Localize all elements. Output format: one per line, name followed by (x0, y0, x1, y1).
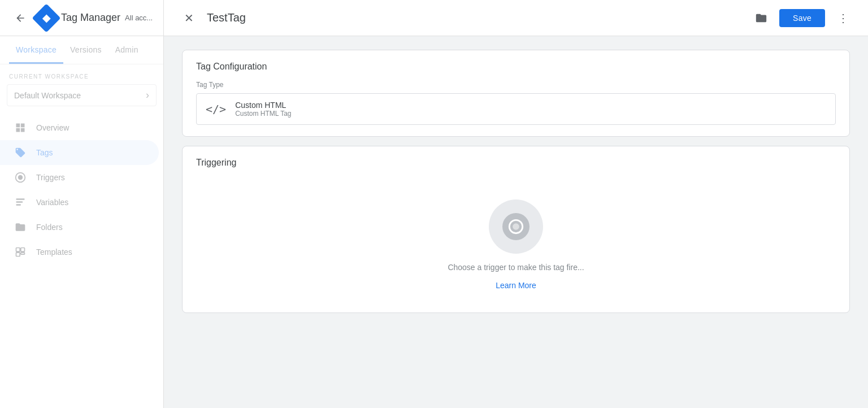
tag-type-label: Tag Type (196, 81, 836, 89)
templates-icon (14, 245, 27, 259)
sidebar-item-templates[interactable]: Templates (0, 240, 163, 264)
tag-configuration-card: Tag Configuration Tag Type </> Custom HT… (182, 50, 850, 137)
tab-admin[interactable]: Admin (108, 36, 145, 64)
svg-rect-4 (16, 204, 21, 206)
sidebar-item-triggers[interactable]: Triggers (0, 165, 163, 190)
tab-workspace[interactable]: Workspace (9, 36, 63, 64)
sidebar-item-tags[interactable]: Tags (0, 140, 159, 165)
sidebar-item-overview[interactable]: Overview (0, 115, 163, 140)
svg-rect-5 (16, 248, 20, 252)
code-icon: </> (206, 102, 226, 116)
svg-rect-8 (21, 253, 25, 254)
workspace-selector[interactable]: Default Workspace › (7, 84, 157, 106)
triggering-empty-text: Choose a trigger to make this tag fire..… (448, 263, 584, 272)
svg-rect-6 (16, 253, 20, 257)
overview-label: Overview (36, 123, 69, 132)
tab-versions[interactable]: Versions (63, 36, 108, 64)
triggers-label: Triggers (36, 173, 65, 182)
sidebar-item-variables[interactable]: Variables (0, 190, 163, 215)
variables-icon (14, 196, 27, 209)
tags-label: Tags (36, 148, 53, 157)
workspace-name: Default Workspace (14, 91, 81, 100)
svg-point-1 (18, 175, 23, 180)
tag-configuration-header: Tag Configuration (183, 50, 849, 81)
more-options-button[interactable]: ⋮ (832, 7, 854, 29)
triggering-card: Triggering Choose a trigger to make this… (182, 146, 850, 313)
overview-icon (14, 121, 27, 134)
sidebar-nav: Overview Tags Triggers Var (0, 111, 163, 408)
trigger-empty-icon-circle (489, 199, 543, 254)
nav-tabs: Workspace Versions Admin (0, 36, 163, 64)
svg-rect-7 (21, 248, 25, 252)
current-workspace-label: CURRENT WORKSPACE (7, 73, 157, 80)
folder-button[interactable] (750, 7, 772, 29)
learn-more-link[interactable]: Learn More (496, 281, 536, 290)
tag-type-description: Custom HTML Tag (235, 110, 291, 118)
trigger-empty-icon-inner (502, 213, 530, 240)
folders-icon (14, 220, 27, 234)
app-title: Tag Manager (61, 12, 120, 24)
templates-label: Templates (36, 248, 72, 257)
tag-type-selector[interactable]: </> Custom HTML Custom HTML Tag (196, 93, 836, 125)
tags-icon (14, 146, 27, 159)
save-button[interactable]: Save (779, 9, 825, 27)
variables-label: Variables (36, 198, 68, 207)
svg-point-10 (513, 223, 519, 230)
sidebar-item-folders[interactable]: Folders (0, 215, 163, 240)
svg-rect-3 (16, 201, 23, 203)
panel-title: TestTag (207, 11, 743, 24)
folders-label: Folders (36, 223, 63, 232)
chevron-right-icon: › (146, 89, 149, 101)
svg-rect-2 (16, 198, 25, 200)
tag-type-name: Custom HTML (235, 101, 291, 110)
triggers-icon (14, 171, 27, 184)
back-button[interactable] (9, 7, 32, 29)
triggering-header: Triggering (183, 146, 849, 177)
panel-close-button[interactable]: ✕ (177, 7, 200, 29)
logo-icon: ◆ (32, 3, 61, 32)
account-info: All acc... (125, 14, 153, 22)
triggering-empty-state: Choose a trigger to make this tag fire..… (183, 177, 849, 312)
